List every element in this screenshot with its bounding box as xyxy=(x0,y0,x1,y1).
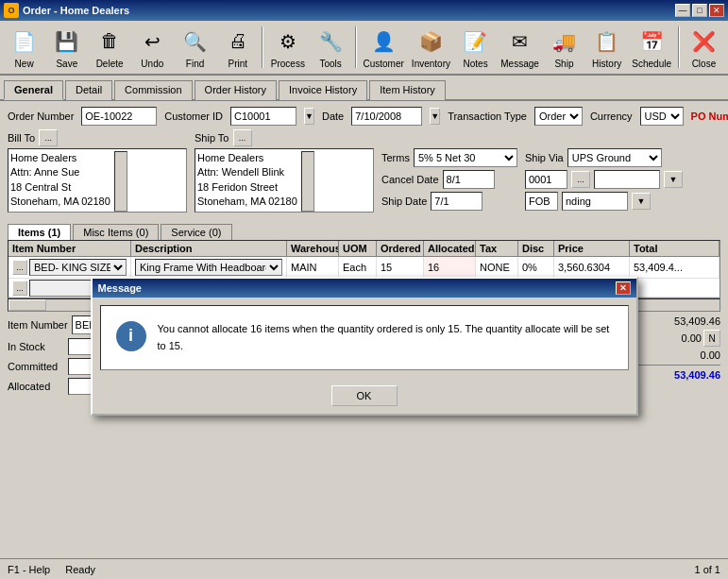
close-icon: ❌ xyxy=(688,26,719,57)
dialog-info-icon: i xyxy=(116,321,146,351)
minimize-button[interactable]: — xyxy=(675,4,690,17)
new-button[interactable]: 📄 New xyxy=(4,23,44,72)
dialog-title-text: Message xyxy=(98,282,142,294)
tools-icon: 🔧 xyxy=(315,26,346,57)
process-button[interactable]: ⚙ Process xyxy=(267,23,308,72)
delete-button[interactable]: 🗑 Delete xyxy=(89,23,129,72)
close-window-button[interactable]: ✕ xyxy=(709,4,724,17)
message-button[interactable]: ✉ Message xyxy=(498,23,542,72)
title-bar: O Order - Home Dealers — □ ✕ xyxy=(0,0,728,21)
notes-icon: 📝 xyxy=(461,26,491,57)
dialog-title-bar: Message ✕ xyxy=(93,279,636,298)
process-icon: ⚙ xyxy=(273,26,303,57)
customer-icon: 👤 xyxy=(368,26,398,57)
tools-button[interactable]: 🔧 Tools xyxy=(310,23,350,72)
new-icon: 📄 xyxy=(9,26,40,57)
save-button[interactable]: 💾 Save xyxy=(46,23,87,72)
dialog-message-text: You cannot allocate 16 items when the qu… xyxy=(158,321,613,354)
inventory-button[interactable]: 📦 Inventory xyxy=(409,23,453,72)
close-button[interactable]: ❌ Close xyxy=(684,23,724,72)
separator2 xyxy=(355,26,357,68)
save-icon: 💾 xyxy=(52,26,82,57)
delete-icon: 🗑 xyxy=(94,26,125,57)
find-icon: 🔍 xyxy=(180,26,211,57)
dialog-footer: OK xyxy=(93,378,636,414)
undo-button[interactable]: ↩ Undo xyxy=(132,23,173,72)
app-icon: O xyxy=(4,3,19,18)
schedule-icon: 📅 xyxy=(636,26,667,57)
toolbar: 📄 New 💾 Save 🗑 Delete ↩ Undo 🔍 Find 🖨 Pr… xyxy=(0,21,728,76)
ship-button[interactable]: 🚚 Ship xyxy=(544,23,584,72)
dialog-ok-button[interactable]: OK xyxy=(331,385,398,406)
dialog-overlay: Message ✕ i You cannot allocate 16 items… xyxy=(0,76,728,579)
inventory-icon: 📦 xyxy=(415,26,446,57)
message-icon: ✉ xyxy=(505,26,535,57)
separator1 xyxy=(262,26,263,68)
notes-button[interactable]: 📝 Notes xyxy=(455,23,496,72)
history-button[interactable]: 📋 History xyxy=(586,23,627,72)
find-button[interactable]: 🔍 Find xyxy=(175,23,215,72)
message-dialog: Message ✕ i You cannot allocate 16 items… xyxy=(91,277,638,416)
dialog-close-button[interactable]: ✕ xyxy=(616,281,631,295)
schedule-button[interactable]: 📅 Schedule xyxy=(629,23,674,72)
customer-button[interactable]: 👤 Customer xyxy=(361,23,407,72)
dialog-body: i You cannot allocate 16 items when the … xyxy=(100,305,629,370)
separator3 xyxy=(678,26,680,68)
history-icon: 📋 xyxy=(592,26,622,57)
undo-icon: ↩ xyxy=(137,26,167,57)
print-icon: 🖨 xyxy=(223,26,253,57)
ship-icon: 🚚 xyxy=(549,26,579,57)
window-title: Order - Home Dealers xyxy=(23,5,129,16)
print-button[interactable]: 🖨 Print xyxy=(217,23,258,72)
maximize-button[interactable]: □ xyxy=(692,4,707,17)
